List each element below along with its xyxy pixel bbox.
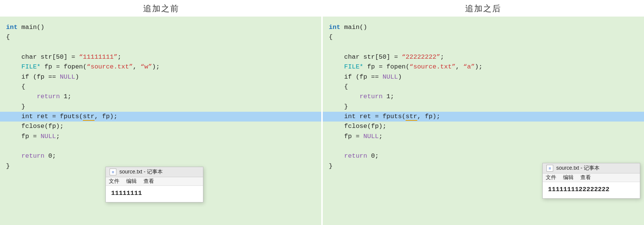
left-menu-file[interactable]: 文件: [109, 178, 119, 185]
right-code: int main(){ char str[50] = “22222222”; F…: [323, 20, 644, 171]
left-code: int main(){ char str[50] = “11111111”; F…: [0, 20, 321, 171]
right-menu-view[interactable]: 查看: [580, 174, 591, 181]
right-notepad-text: 1111111122222222: [548, 186, 609, 193]
right-notepad-title: source.txt - 记事本: [556, 165, 600, 172]
right-notepad-menubar: 文件 编辑 查看: [543, 173, 640, 182]
left-notepad-text: 11111111: [111, 190, 142, 197]
left-title: 追加之前: [0, 0, 322, 17]
panels-container: int main(){ char str[50] = “11111111”; F…: [0, 17, 644, 225]
right-notepad-icon: ≡: [546, 165, 553, 172]
header-labels: 追加之前 追加之后: [0, 0, 644, 17]
right-notepad-popup: ≡ source.txt - 记事本 文件 编辑 查看 111111112222…: [542, 163, 640, 199]
left-notepad-menubar: 文件 编辑 查看: [106, 177, 203, 186]
left-panel: int main(){ char str[50] = “11111111”; F…: [0, 17, 321, 225]
left-menu-view[interactable]: 查看: [143, 178, 154, 185]
right-menu-file[interactable]: 文件: [546, 174, 556, 181]
left-notepad-icon: ≡: [110, 169, 116, 175]
left-notepad-content: 11111111: [106, 186, 203, 202]
left-menu-edit[interactable]: 编辑: [126, 178, 137, 185]
left-notepad-titlebar: ≡ source.txt - 记事本: [106, 167, 203, 177]
left-notepad-popup: ≡ source.txt - 记事本 文件 编辑 查看 11111111: [105, 167, 203, 202]
right-menu-edit[interactable]: 编辑: [563, 174, 574, 181]
left-notepad-title: source.txt - 记事本: [119, 169, 163, 175]
right-notepad-titlebar: ≡ source.txt - 记事本: [543, 163, 640, 173]
right-panel: int main(){ char str[50] = “22222222”; F…: [323, 17, 644, 225]
right-notepad-content: 1111111122222222: [543, 182, 640, 198]
right-title: 追加之后: [322, 0, 644, 17]
